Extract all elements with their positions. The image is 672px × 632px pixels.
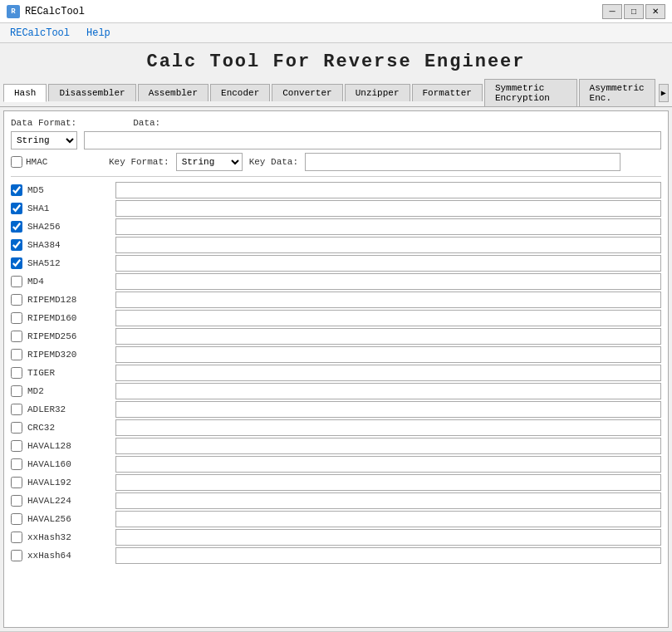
hash-checkbox-tiger[interactable] bbox=[11, 367, 22, 379]
hash-label-ripemd160: RIPEMD160 bbox=[27, 313, 110, 323]
hash-checkbox-sha512[interactable] bbox=[11, 257, 22, 269]
hash-result-haval192[interactable] bbox=[115, 474, 661, 491]
hash-result-tiger[interactable] bbox=[115, 365, 661, 381]
hash-checkbox-md5[interactable] bbox=[11, 184, 22, 196]
hash-result-haval160[interactable] bbox=[115, 456, 661, 473]
hash-result-ripemd320[interactable] bbox=[115, 346, 661, 363]
hash-label-xxhash32: xxHash32 bbox=[27, 532, 110, 542]
hash-checkbox-xxhash32[interactable] bbox=[11, 532, 22, 543]
hash-row: HAVAL224 bbox=[11, 492, 661, 509]
tab-assembler[interactable]: Assembler bbox=[138, 84, 208, 101]
hash-result-sha512[interactable] bbox=[115, 255, 661, 272]
app-title: Calc Tool For Reverse Engineer bbox=[0, 43, 672, 79]
hash-result-md4[interactable] bbox=[115, 273, 661, 290]
hash-label-sha256: SHA256 bbox=[27, 222, 110, 232]
data-label: Data: bbox=[133, 118, 160, 128]
hash-result-xxhash64[interactable] bbox=[115, 547, 661, 564]
title-bar: R RECalcTool ─ □ ✕ bbox=[0, 0, 672, 23]
hash-result-haval224[interactable] bbox=[115, 492, 661, 509]
hash-checkbox-haval256[interactable] bbox=[11, 513, 22, 525]
tabs-bar: Hash Disassembler Assembler Encoder Conv… bbox=[0, 79, 672, 107]
hash-row: TIGER bbox=[11, 365, 661, 381]
hash-row: HAVAL192 bbox=[11, 474, 661, 491]
hash-checkbox-md2[interactable] bbox=[11, 385, 22, 397]
hash-checkbox-xxhash64[interactable] bbox=[11, 550, 22, 561]
hash-result-xxhash32[interactable] bbox=[115, 529, 661, 546]
hash-row: ADLER32 bbox=[11, 401, 661, 418]
data-format-row: Data Format: Data: bbox=[11, 118, 661, 128]
hash-checkbox-md4[interactable] bbox=[11, 276, 22, 287]
hash-checkbox-haval192[interactable] bbox=[11, 477, 22, 488]
hash-row: MD2 bbox=[11, 383, 661, 399]
hash-result-ripemd160[interactable] bbox=[115, 310, 661, 326]
hash-result-haval256[interactable] bbox=[115, 511, 661, 527]
hash-checkbox-ripemd160[interactable] bbox=[11, 312, 22, 324]
data-format-select[interactable]: String Hex Base64 bbox=[11, 131, 77, 149]
hash-row: RIPEMD256 bbox=[11, 328, 661, 345]
hash-result-md5[interactable] bbox=[115, 182, 661, 198]
tab-hash[interactable]: Hash bbox=[3, 84, 47, 102]
menu-recalctool[interactable]: RECalcTool bbox=[7, 26, 73, 41]
hash-row: CRC32 bbox=[11, 419, 661, 436]
hash-row: SHA384 bbox=[11, 237, 661, 253]
tab-encoder[interactable]: Encoder bbox=[210, 84, 270, 101]
hash-checkbox-adler32[interactable] bbox=[11, 404, 22, 415]
close-button[interactable]: ✕ bbox=[645, 4, 665, 19]
minimize-button[interactable]: ─ bbox=[602, 4, 622, 19]
tab-asymmetric-enc[interactable]: Asymmetric Enc. bbox=[579, 79, 655, 106]
hash-row: RIPEMD128 bbox=[11, 292, 661, 308]
separator bbox=[11, 176, 661, 177]
hash-label-sha1: SHA1 bbox=[27, 203, 110, 213]
hash-label-xxhash64: xxHash64 bbox=[27, 551, 110, 561]
hash-result-ripemd256[interactable] bbox=[115, 328, 661, 345]
tab-formatter[interactable]: Formatter bbox=[412, 84, 483, 101]
hash-checkbox-sha384[interactable] bbox=[11, 239, 22, 251]
hash-row: RIPEMD320 bbox=[11, 346, 661, 363]
hash-label-ripemd320: RIPEMD320 bbox=[27, 350, 110, 360]
tab-symmetric-encryption[interactable]: Symmetric Encryption bbox=[484, 79, 577, 106]
tab-disassembler[interactable]: Disassembler bbox=[48, 84, 135, 101]
hash-label-haval256: HAVAL256 bbox=[27, 514, 110, 524]
hash-result-adler32[interactable] bbox=[115, 401, 661, 418]
hash-label-crc32: CRC32 bbox=[27, 423, 110, 433]
menu-bar: RECalcTool Help bbox=[0, 23, 672, 43]
key-format-select[interactable]: String Hex Base64 bbox=[176, 153, 243, 171]
key-section: Key Format: String Hex Base64 Key Data: bbox=[109, 153, 620, 171]
hash-row: SHA512 bbox=[11, 255, 661, 272]
hash-checkbox-haval128[interactable] bbox=[11, 440, 22, 452]
hash-row: MD5 bbox=[11, 182, 661, 198]
hmac-label: HMAC bbox=[26, 157, 47, 167]
data-format-label: Data Format: bbox=[11, 118, 76, 128]
maximize-button[interactable]: □ bbox=[624, 4, 644, 19]
app-icon: R bbox=[7, 5, 20, 18]
hash-checkbox-sha256[interactable] bbox=[11, 221, 22, 233]
hmac-checkbox[interactable] bbox=[11, 156, 22, 168]
hash-checkbox-crc32[interactable] bbox=[11, 422, 22, 434]
hash-result-sha384[interactable] bbox=[115, 237, 661, 253]
tab-more-button[interactable]: ▶ bbox=[659, 84, 669, 102]
hash-row: MD4 bbox=[11, 273, 661, 290]
tab-converter[interactable]: Converter bbox=[272, 84, 342, 101]
hash-checkbox-ripemd128[interactable] bbox=[11, 294, 22, 306]
hash-result-sha256[interactable] bbox=[115, 218, 661, 235]
data-input[interactable] bbox=[84, 131, 661, 149]
hash-result-sha1[interactable] bbox=[115, 200, 661, 217]
hash-row: xxHash64 bbox=[11, 547, 661, 564]
hash-result-haval128[interactable] bbox=[115, 438, 661, 454]
hash-row: HAVAL160 bbox=[11, 456, 661, 473]
menu-help[interactable]: Help bbox=[83, 26, 114, 41]
key-data-input[interactable] bbox=[305, 153, 620, 171]
hash-result-md2[interactable] bbox=[115, 383, 661, 399]
hash-row: SHA1 bbox=[11, 200, 661, 217]
hash-result-ripemd128[interactable] bbox=[115, 292, 661, 308]
hash-checkbox-haval160[interactable] bbox=[11, 458, 22, 470]
hash-checkbox-ripemd320[interactable] bbox=[11, 349, 22, 360]
hash-label-ripemd256: RIPEMD256 bbox=[27, 331, 110, 341]
hash-label-md2: MD2 bbox=[27, 386, 110, 396]
hash-checkbox-sha1[interactable] bbox=[11, 203, 22, 214]
key-format-label: Key Format: bbox=[109, 157, 169, 167]
hash-checkbox-haval224[interactable] bbox=[11, 495, 22, 507]
hash-result-crc32[interactable] bbox=[115, 419, 661, 436]
tab-unzipper[interactable]: Unzipper bbox=[345, 84, 410, 101]
hash-checkbox-ripemd256[interactable] bbox=[11, 331, 22, 342]
